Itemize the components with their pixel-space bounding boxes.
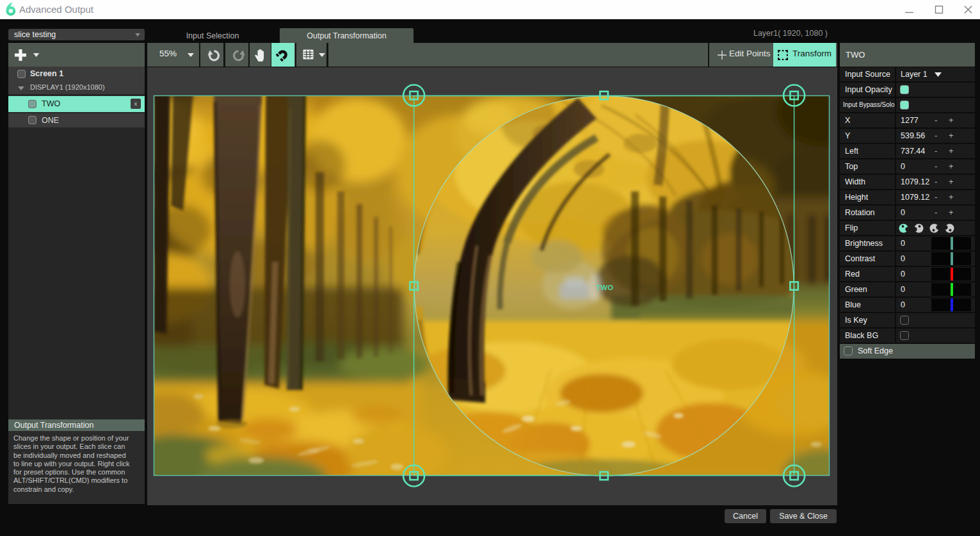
svg-text:TWO: TWO [596,284,613,291]
